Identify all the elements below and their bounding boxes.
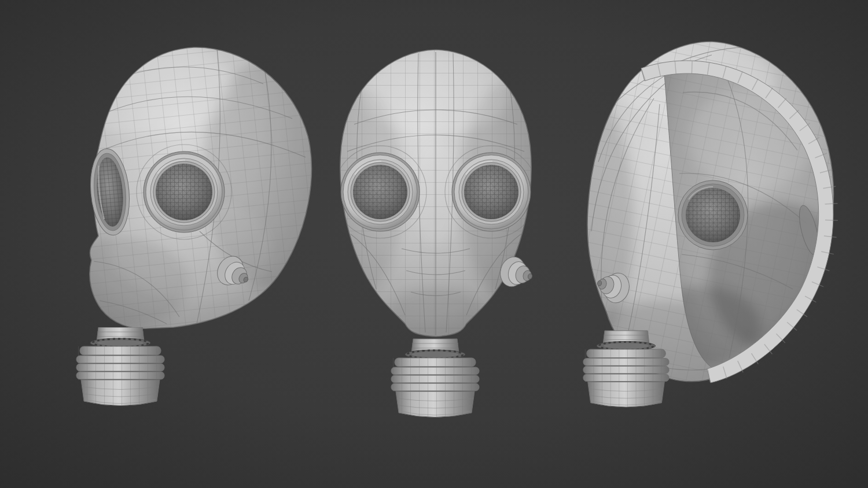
eyepiece-rear — [678, 180, 748, 250]
eyepiece-front — [144, 151, 225, 232]
render-viewport — [0, 0, 868, 488]
render-canvas — [0, 0, 868, 488]
eyepiece-right — [452, 153, 531, 231]
eyepiece-left — [341, 153, 420, 231]
